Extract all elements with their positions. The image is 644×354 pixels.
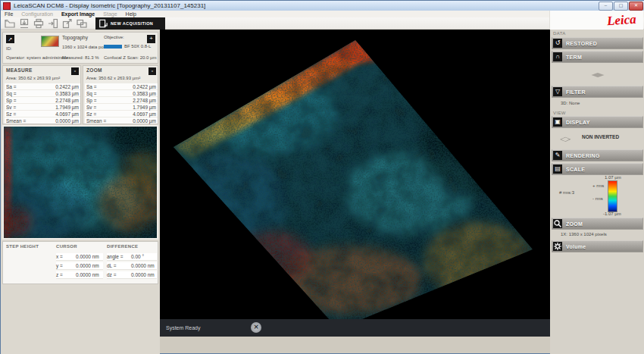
status-text: System Ready <box>166 325 201 331</box>
zoom-status: 1X: 1360 x 1024 pixels <box>561 232 607 237</box>
isometric-3d-view[interactable] <box>160 30 550 319</box>
cursor-row: x =0.0000 nm <box>56 253 103 261</box>
display-button[interactable]: ▣ DISPLAY <box>552 116 643 128</box>
new-acquisition-button[interactable]: NEW ACQUISITION <box>95 17 165 30</box>
window-title: LeicaSCAN DCM8 - Display Isometric [Topo… <box>14 2 205 9</box>
color-scale-widget: # rms:3 1.07 µm + rms - rms -1.07 µm <box>550 177 644 211</box>
scale-mode: # rms:3 <box>559 190 574 195</box>
scale-plus-rms: + rms <box>592 183 604 188</box>
difference-row: dz =0.0000 nm <box>107 271 157 279</box>
difference-row: dL =0.0000 nm <box>107 262 157 270</box>
export-icon[interactable] <box>62 18 73 29</box>
flat-diamond-icon: ◆ <box>591 71 604 78</box>
zoom-icon <box>553 219 562 228</box>
acquisition-icon <box>98 19 108 28</box>
new-acquisition-label: NEW ACQUISITION <box>111 21 153 26</box>
close-button[interactable]: ✕ <box>629 2 643 11</box>
volume-button[interactable]: Volume <box>552 240 643 252</box>
cursor-row: y =0.0000 nm <box>56 262 103 270</box>
brand-block: Leica <box>549 11 643 30</box>
term-icon: ∩ <box>553 52 562 61</box>
expand-info-icon[interactable]: + <box>147 35 155 43</box>
measure-row: Sv =1.7949 µm <box>5 104 80 110</box>
difference-row: angle =0.00 ° <box>107 253 157 261</box>
zoom-row: Smean =0.0000 µm <box>85 117 158 124</box>
zoom-row: Sp =2.2748 µm <box>85 97 158 103</box>
term-label: TERM <box>566 55 582 60</box>
term-shape-preview: ◆ <box>550 69 644 80</box>
filter-button[interactable]: ▽ FILTER <box>552 86 643 98</box>
restored-icon: ↺ <box>553 39 562 48</box>
restored-button[interactable]: ↺ RESTORED <box>552 37 643 49</box>
volume-gear-icon <box>553 242 562 251</box>
display-icon: ▣ <box>553 117 562 127</box>
confocal-z-scan: Confocal Z Scan: 20.0 µm <box>104 55 157 60</box>
status-bar: System Ready ✕ <box>160 319 550 337</box>
rendering-label: RENDERING <box>566 153 600 158</box>
cursor-row: z =0.0000 nm <box>56 271 103 279</box>
non-inverted-icon: ◇ <box>560 136 571 143</box>
filter-label: FILTER <box>566 89 586 95</box>
measure-title: MEASURE <box>6 67 33 73</box>
non-inverted-label: NON INVERTED <box>582 134 619 139</box>
save-icon[interactable] <box>19 18 30 29</box>
status-close-icon[interactable]: ✕ <box>251 322 261 333</box>
menu-configuration[interactable]: Configuration <box>21 11 53 17</box>
objective-bar <box>104 45 122 49</box>
inversion-status[interactable]: ◇ NON INVERTED <box>550 131 644 145</box>
measure-row: Sz =4.0697 µm <box>5 111 80 117</box>
filter-status: 3D: None <box>561 101 580 105</box>
menu-file[interactable]: File <box>5 11 13 17</box>
zoom-stats-panel: ZOOM ▫ Area: 350.62 x 263.93 µm² Sa =0.2… <box>83 65 158 124</box>
measure-row: Smean =0.0000 µm <box>5 117 80 124</box>
display-label: DISPLAY <box>566 120 590 125</box>
restored-label: RESTORED <box>566 41 597 46</box>
zoom-row: Sv =1.7949 µm <box>85 104 158 110</box>
filter-icon: ▽ <box>553 87 562 96</box>
zoom-area: Area: 350.62 x 263.93 µm² <box>86 76 140 80</box>
scale-button[interactable]: ▤ SCALE <box>552 163 643 175</box>
left-panel: ↗ Topography 1360 x 1024 data points Mea… <box>1 30 160 354</box>
import-icon[interactable] <box>48 18 58 29</box>
scale-label: SCALE <box>566 167 585 172</box>
dataset-check-icon[interactable]: ↗ <box>6 35 14 43</box>
volume-label: Volume <box>566 244 586 249</box>
measure-row: Sp =2.2748 µm <box>5 97 80 103</box>
objective-value: BF 50X 0.8-L <box>124 44 151 49</box>
open-folder-icon[interactable] <box>5 18 15 29</box>
zoom-button[interactable]: ZOOM <box>552 218 643 230</box>
scale-min: -1.07 µm <box>603 211 621 216</box>
layout-icon[interactable] <box>77 18 87 29</box>
right-sidebar: DATA ↺ RESTORED ∩ TERM ◆ ▽ FILTER 3D: No… <box>550 30 644 354</box>
scale-max: 1.07 µm <box>605 175 621 180</box>
zoom-row: Sz =4.0697 µm <box>85 111 158 117</box>
menu-help[interactable]: Help <box>126 11 136 17</box>
toolbar: NEW ACQUISITION <box>1 17 644 30</box>
zoom-row: Sa =0.2422 µm <box>85 83 158 89</box>
difference-title: DIFFERENCE <box>107 244 138 249</box>
leica-logo: Leica <box>607 11 637 29</box>
scale-minus-rms: - rms <box>592 196 603 201</box>
zoom-label: ZOOM <box>566 221 583 227</box>
dataset-operator: Operator: system administrator <box>6 55 68 60</box>
topography-2d-preview[interactable] <box>2 125 158 240</box>
minimize-button[interactable]: – <box>599 2 613 11</box>
step-height-title: STEP HEIGHT <box>6 244 39 249</box>
menu-export-image[interactable]: Export Image <box>61 11 95 17</box>
objective-label: Objective: <box>104 35 124 39</box>
zoom-row: Sq =0.3583 µm <box>85 90 158 96</box>
app-icon <box>3 2 11 10</box>
measure-area: Area: 350.62 x 263.93 µm² <box>6 76 60 80</box>
print-icon[interactable] <box>33 18 44 29</box>
term-button[interactable]: ∩ TERM <box>552 51 643 63</box>
title-bar: LeicaSCAN DCM8 - Display Isometric [Topo… <box>1 1 644 11</box>
app-window: LeicaSCAN DCM8 - Display Isometric [Topo… <box>0 0 644 354</box>
zoom-options-icon[interactable]: ▫ <box>148 67 156 75</box>
scale-icon: ▤ <box>553 164 562 174</box>
measure-options-icon[interactable]: ▫ <box>71 67 79 75</box>
rendering-button[interactable]: ✎ RENDERING <box>552 149 643 161</box>
acquisition-info-card: ↗ Topography 1360 x 1024 data points Mea… <box>2 32 158 64</box>
maximize-button[interactable]: ▢ <box>614 2 628 11</box>
dataset-id-label: ID: <box>6 46 12 51</box>
menu-stage[interactable]: Stage <box>103 11 117 17</box>
